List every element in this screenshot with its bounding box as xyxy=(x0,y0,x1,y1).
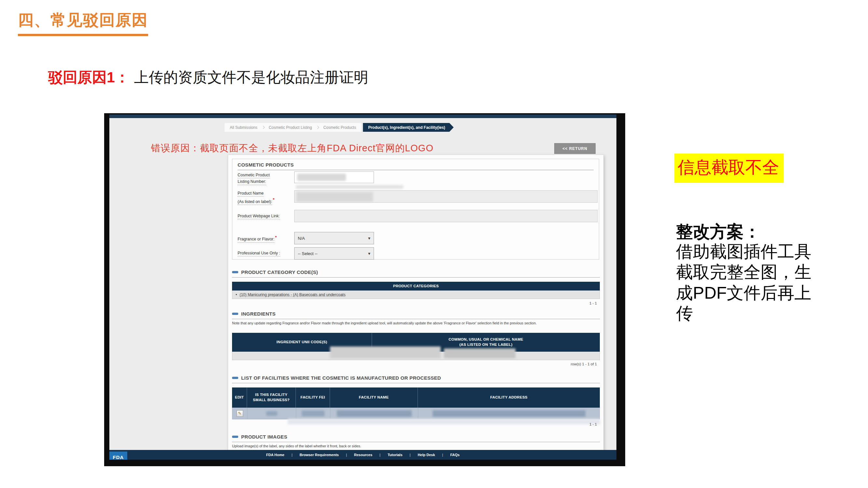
redacted-value xyxy=(337,410,412,417)
redaction-smudge xyxy=(288,419,600,425)
table-row: ✎ xyxy=(232,408,600,419)
facilities-pagination: 1 - 1 xyxy=(589,422,597,426)
screenshot-frame: All Submissions Cosmetic Product Listing… xyxy=(104,113,625,466)
chevron-down-icon: ▾ xyxy=(368,235,370,241)
fragrance-select[interactable]: N/A ▾ xyxy=(294,232,374,244)
footer-link-faqs[interactable]: FAQs xyxy=(446,453,463,457)
breadcrumb-cosmetic-product-listing[interactable]: Cosmetic Product Listing xyxy=(265,125,316,130)
footer-link-browser-requirements[interactable]: Browser Requirements xyxy=(296,453,350,457)
chemical-name-header-line2: (AS LISTED ON THE LABEL) xyxy=(459,342,512,348)
chevron-right-icon xyxy=(316,126,319,129)
divider xyxy=(238,170,594,170)
chevron-right-icon xyxy=(261,126,265,129)
footer-link-tutorials[interactable]: Tutorials xyxy=(384,453,414,457)
highlight-note: 信息截取不全 xyxy=(674,154,784,183)
fei-cell xyxy=(296,408,330,419)
ingredients-table: INGREDIENT UNII CODE(S) COMMON, USUAL OR… xyxy=(232,333,600,360)
product-name-input[interactable] xyxy=(294,190,597,203)
breadcrumb-current-step[interactable]: Product(s), Ingredient(s), and Facility(… xyxy=(363,123,454,132)
facilities-col-edit: EDIT xyxy=(232,388,247,408)
collapse-icon[interactable] xyxy=(232,313,238,315)
facilities-col-fei: FACILITY FEI xyxy=(296,388,330,408)
webpage-link-label: Product Webpage Link: xyxy=(238,214,280,220)
product-name-label: Product Name (As listed on label):* xyxy=(238,191,274,206)
facility-name-cell xyxy=(330,408,418,419)
redacted-value xyxy=(302,411,324,416)
cosmetic-products-title: COSMETIC PRODUCTS xyxy=(238,162,294,167)
collapse-icon[interactable] xyxy=(232,435,238,438)
facilities-col-small-business: IS THIS FACILITY SMALL BUSINESS? xyxy=(247,388,296,408)
redacted-value xyxy=(444,349,516,358)
footer-link-fda-home[interactable]: FDA Home xyxy=(262,453,296,457)
listing-number-label-line2: Listing Number: xyxy=(238,179,266,185)
plan-title: 整改方案： xyxy=(676,221,761,243)
ingredients-pagination: row(s) 1 - 1 of 1 xyxy=(570,362,597,366)
product-name-label-line2: (As listed on label): xyxy=(238,199,272,205)
collapse-icon[interactable] xyxy=(232,271,238,273)
small-business-cell xyxy=(247,408,296,419)
professional-use-label: Professional Use Only : xyxy=(238,251,280,257)
redacted-value xyxy=(266,411,277,416)
redacted-value xyxy=(297,174,346,181)
professional-use-label-text: Professional Use Only : xyxy=(238,251,280,256)
fragrance-selected-value: N/A xyxy=(298,236,305,241)
edit-cell: ✎ xyxy=(232,408,247,419)
redaction-smudge xyxy=(296,185,403,189)
collapse-icon[interactable] xyxy=(232,377,238,379)
edit-icon[interactable]: ✎ xyxy=(237,410,243,417)
section-product-category: PRODUCT CATEGORY CODE(S) xyxy=(232,269,600,278)
facilities-table: EDIT IS THIS FACILITY SMALL BUSINESS? FA… xyxy=(232,388,600,419)
category-link[interactable]: (10) Manicuring preparations - (A) Basec… xyxy=(240,292,346,297)
plan-body: 借助截图插件工具截取完整全图，生成PDF文件后再上传 xyxy=(676,241,821,324)
section-facilities-title: LIST OF FACILITIES WHERE THE COSMETIC IS… xyxy=(241,375,441,381)
footer-link-resources[interactable]: Resources xyxy=(350,453,384,457)
product-categories-table: PRODUCT CATEGORIES • (10) Manicuring pre… xyxy=(232,282,600,299)
breadcrumb-cosmetic-products[interactable]: Cosmetic Products xyxy=(319,125,360,130)
category-pagination: 1 - 1 xyxy=(589,301,597,305)
reason-label: 驳回原因1： xyxy=(48,69,129,86)
top-navy-bar xyxy=(110,115,616,118)
redacted-value xyxy=(297,192,373,202)
redacted-value xyxy=(433,410,586,417)
facility-address-cell xyxy=(418,408,599,419)
professional-use-select[interactable]: -- Select -- ▾ xyxy=(294,247,374,260)
webpage-link-input[interactable] xyxy=(294,210,597,222)
breadcrumb: All Submissions Cosmetic Product Listing… xyxy=(224,123,454,132)
section-facilities: LIST OF FACILITIES WHERE THE COSMETIC IS… xyxy=(232,375,600,383)
chevron-down-icon: ▾ xyxy=(368,251,370,256)
bullet-icon: • xyxy=(236,292,237,297)
webpage-link-label-text: Product Webpage Link: xyxy=(238,214,280,219)
cosmetic-products-box: COSMETIC PRODUCTS Cosmetic Product Listi… xyxy=(232,159,599,260)
section-ingredients-title: INGREDIENTS xyxy=(241,311,276,317)
facilities-col-address: FACILITY ADDRESS xyxy=(418,388,600,408)
facilities-col-name: FACILITY NAME xyxy=(330,388,418,408)
ingredients-note: Note that any update regarding Fragrance… xyxy=(232,321,593,326)
error-annotation: 错误原因：截取页面不全，未截取左上角FDA Direct官网的LOGO xyxy=(151,142,434,155)
section-product-category-title: PRODUCT CATEGORY CODE(S) xyxy=(241,269,318,275)
fragrance-label: Fragrance or Flavor:* xyxy=(238,235,277,244)
product-name-label-line1: Product Name xyxy=(238,191,264,196)
chemical-name-header-line1: COMMON, USUAL OR CHEMICAL NAME xyxy=(448,337,523,342)
return-button[interactable]: << RETURN xyxy=(554,143,596,154)
professional-selected-value: -- Select -- xyxy=(298,251,318,256)
required-asterisk: * xyxy=(273,197,274,202)
fragrance-label-text: Fragrance or Flavor: xyxy=(238,237,274,242)
footer-links: FDA Home Browser Requirements Resources … xyxy=(110,450,616,460)
redacted-value xyxy=(330,347,441,358)
page-title: 四、常见驳回原因 xyxy=(18,10,148,36)
listing-number-label: Cosmetic Product Listing Number: xyxy=(238,173,270,186)
fda-direct-screen: All Submissions Cosmetic Product Listing… xyxy=(110,115,616,460)
breadcrumb-all-submissions[interactable]: All Submissions xyxy=(226,125,261,130)
section-product-images-title: PRODUCT IMAGES xyxy=(241,434,287,440)
required-asterisk: * xyxy=(275,235,277,240)
listing-number-label-line1: Cosmetic Product xyxy=(238,173,270,178)
listing-number-input[interactable] xyxy=(294,171,374,183)
product-categories-header: PRODUCT CATEGORIES xyxy=(232,282,600,291)
footer-link-help-desk[interactable]: Help Desk xyxy=(414,453,446,457)
site-footer: FDA FDA Home Browser Requirements Resour… xyxy=(110,450,616,460)
product-images-note: Upload image(s) of the label, any sides … xyxy=(232,444,593,449)
breadcrumb-group: All Submissions Cosmetic Product Listing… xyxy=(224,123,361,132)
section-product-images: PRODUCT IMAGES xyxy=(232,434,600,442)
table-row xyxy=(232,352,600,360)
content-panel: COSMETIC PRODUCTS Cosmetic Product Listi… xyxy=(228,155,604,453)
